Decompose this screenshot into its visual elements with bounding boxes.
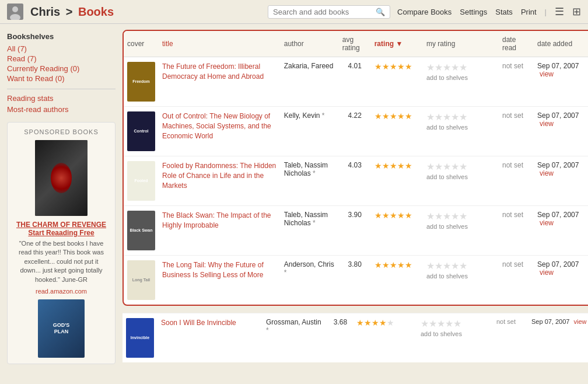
sidebar: Bookshelves All (7) Read (7) Currently R… [0,24,123,372]
my-star-2[interactable]: ★ [435,62,443,73]
sponsored-label: SPONSORED BOOKS [13,128,109,135]
header: Chris > Books 🔍 Compare Books Settings S… [0,0,588,24]
book-title-link[interactable]: The Future of Freedom: Illiberal Democra… [162,62,264,81]
my-star-5[interactable]: ★ [453,319,461,329]
book-cover-cell: Black Swan [124,206,159,256]
my-star-2[interactable]: ★ [435,161,443,172]
outside-view-link[interactable]: view [574,318,587,325]
my-star-4[interactable]: ★ [451,211,459,222]
my-star-4[interactable]: ★ [451,161,459,172]
my-star-5[interactable]: ★ [459,260,467,271]
add-to-shelves[interactable]: add to shelves [426,273,495,280]
grid-view-icon[interactable]: ⊞ [572,5,581,18]
compare-books-link[interactable]: Compare Books [397,8,452,16]
add-to-shelves[interactable]: add to shelves [426,74,495,81]
my-star-3[interactable]: ★ [443,62,451,73]
view-link[interactable]: view [540,169,554,177]
book-avg-rating-cell: 4.22 [339,107,371,156]
book-avg-rating-cell: 3.90 [339,206,371,256]
my-star-4[interactable]: ★ [445,319,453,329]
book-my-rating-cell: ★★★★★ add to shelves [423,107,499,156]
stats-link[interactable]: Stats [495,8,513,16]
book-my-rating-cell: ★★★★★ add to shelves [423,256,499,305]
view-link[interactable]: view [540,70,554,78]
ad-link[interactable]: read.amazon.com [13,288,109,295]
my-star-4[interactable]: ★ [451,111,459,123]
col-cover: cover [124,31,159,57]
books-tbody: Freedom The Future of Freedom: Illiberal… [124,57,588,305]
my-star-3[interactable]: ★ [437,319,445,329]
book-cover-cell: Fooled [124,156,159,206]
my-star-3[interactable]: ★ [443,211,451,222]
add-to-shelves[interactable]: add to shelves [426,173,495,180]
view-link[interactable]: view [540,268,554,277]
book-title-link[interactable]: The Long Tail: Why the Future of Busines… [162,261,264,279]
most-read-authors-link[interactable]: Most-read authors [7,105,116,114]
search-box[interactable]: 🔍 [268,5,390,19]
my-star-1[interactable]: ★ [426,161,435,172]
my-stars: ★★★★★ [426,211,495,222]
book-rating-cell: ★★★★★ [371,156,423,206]
my-star-5[interactable]: ★ [459,111,467,123]
add-to-shelves[interactable]: add to shelves [426,223,495,230]
site-title: Chris > Books [30,5,114,19]
shelf-want-to-read[interactable]: Want to Read (0) [7,74,116,83]
view-link[interactable]: view [540,219,554,227]
my-star-1[interactable]: ★ [426,62,435,73]
print-link[interactable]: Print [521,8,537,16]
book-date-added-cell: Sep 07, 2007 view [534,57,588,107]
book-date-added-cell: Sep 07, 2007 view [534,156,588,206]
shelf-read[interactable]: Read (7) [7,54,116,63]
my-star-2[interactable]: ★ [429,319,437,329]
list-view-icon[interactable]: ☰ [555,5,564,18]
book-avg-rating-cell: 4.03 [339,156,371,206]
book-title-link[interactable]: The Black Swan: The Impact of the Highly… [162,211,271,229]
book-title-link[interactable]: Fooled by Randomness: The Hidden Role of… [162,162,276,190]
reading-stats-link[interactable]: Reading stats [7,94,116,103]
my-star-3[interactable]: ★ [443,161,451,172]
sponsored-cover-2: GOD'SPLAN [38,299,85,358]
my-star-2[interactable]: ★ [435,211,443,222]
main-layout: Bookshelves All (7) Read (7) Currently R… [0,24,588,372]
sponsored-box: SPONSORED BOOKS THE CHARM OF REVENGE Sta… [7,122,116,364]
book-rating-cell: ★★★★★ [371,107,423,156]
outside-add-shelves[interactable]: add to shelves [421,330,462,337]
my-star-1[interactable]: ★ [426,211,435,222]
outside-title-link[interactable]: Soon I Will Be Invincible [161,319,236,327]
my-star-3[interactable]: ★ [443,111,451,123]
book-rating-cell: ★★★★★ [371,256,423,305]
my-star-1[interactable]: ★ [426,111,435,123]
col-avg-rating: avg rating [339,31,371,57]
my-star-5[interactable]: ★ [459,62,467,73]
book-title-cell: Fooled by Randomness: The Hidden Role of… [159,156,281,206]
table-header-row: cover title author avg rating rating ▼ m… [124,31,588,57]
ad-title[interactable]: THE CHARM OF REVENGE Start Reaading Free [13,221,109,237]
my-star-4[interactable]: ★ [451,62,459,73]
shelf-links: All (7) Read (7) Currently Reading (0) W… [7,44,116,83]
book-cover-cell: Control [124,107,159,156]
view-link[interactable]: view [540,120,554,128]
book-author-cell: Zakaria, Fareed [281,57,339,107]
my-star-2[interactable]: ★ [435,111,443,123]
add-to-shelves[interactable]: add to shelves [426,124,495,131]
my-star-5[interactable]: ★ [459,161,467,172]
table-row: Freedom The Future of Freedom: Illiberal… [124,57,588,107]
col-rating[interactable]: rating ▼ [371,31,423,57]
my-stars: ★★★★★ [426,161,495,172]
my-star-1[interactable]: ★ [426,260,435,271]
col-author: author [281,31,339,57]
col-title[interactable]: title [159,31,281,57]
my-star-2[interactable]: ★ [435,260,443,271]
book-title-link[interactable]: Out of Control: The New Biology of Machi… [162,112,271,140]
shelf-currently-reading[interactable]: Currently Reading (0) [7,64,116,73]
my-star-3[interactable]: ★ [443,260,451,271]
search-input[interactable] [273,8,376,16]
book-title-cell: The Black Swan: The Impact of the Highly… [159,206,281,256]
settings-link[interactable]: Settings [460,8,487,16]
book-avg-rating-cell: 3.80 [339,256,371,305]
my-star-1[interactable]: ★ [421,319,429,329]
shelf-all[interactable]: All (7) [7,44,116,53]
my-star-4[interactable]: ★ [451,260,459,271]
table-row: Long Tail The Long Tail: Why the Future … [124,256,588,305]
my-star-5[interactable]: ★ [459,211,467,222]
